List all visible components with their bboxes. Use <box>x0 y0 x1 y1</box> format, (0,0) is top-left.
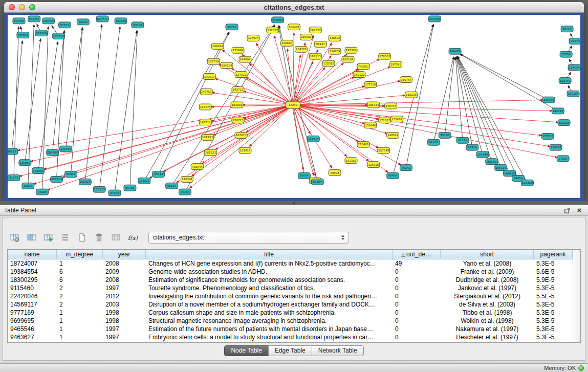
graph-node[interactable]: 154703 <box>295 46 307 52</box>
graph-node[interactable]: 132013 <box>322 60 335 67</box>
graph-node[interactable]: 148503 <box>329 35 341 41</box>
graph-node[interactable]: 91554 <box>8 175 20 181</box>
close-panel-icon[interactable]: × <box>575 206 584 214</box>
graph-node[interactable]: 82813 <box>22 183 34 189</box>
graph-node[interactable]: 76163 <box>179 189 191 195</box>
graph-node[interactable]: 82774 <box>560 51 572 57</box>
network-canvas[interactable]: 1724018420412260812751413201716640919612… <box>8 15 580 198</box>
tab-edge-table[interactable]: Edge Table <box>268 345 312 356</box>
table-row[interactable]: 1456911722003Disruption of a novel membe… <box>8 300 573 309</box>
graph-node[interactable]: 115469 <box>391 116 403 122</box>
graph-node[interactable]: 127514 <box>247 35 259 41</box>
graph-node[interactable]: 96127 <box>314 41 326 47</box>
graph-node[interactable]: 184204 <box>221 62 233 69</box>
graph-node[interactable]: 118216 <box>405 92 418 98</box>
graph-node[interactable]: 92273 <box>569 38 580 44</box>
graph-node[interactable]: 126063 <box>19 160 31 166</box>
graph-node[interactable]: 106744 <box>367 102 380 108</box>
graph-node[interactable]: 114134 <box>568 64 580 71</box>
graph-node[interactable]: 107933 <box>201 134 213 140</box>
graph-node[interactable]: 105024 <box>79 179 91 185</box>
float-panel-icon[interactable] <box>562 206 572 214</box>
graph-node[interactable]: 122608 <box>232 47 244 53</box>
graph-node[interactable]: 89574 <box>329 170 341 176</box>
graph-node[interactable]: 95186 <box>439 132 451 138</box>
column-header-name[interactable]: name <box>8 250 57 259</box>
graph-node[interactable]: 124815 <box>367 162 380 168</box>
graph-node[interactable]: 120514 <box>53 33 65 39</box>
graph-node[interactable]: 98454 <box>387 173 399 179</box>
graph-node[interactable]: 185754 <box>400 77 412 83</box>
graph-node[interactable]: 120554 <box>42 18 55 24</box>
graph-node[interactable]: 121640 <box>364 122 377 128</box>
graph-node[interactable]: 95118 <box>561 26 573 32</box>
graph-node[interactable]: 186711 <box>199 119 211 125</box>
graph-node[interactable]: 166409 <box>288 24 300 30</box>
table-row[interactable]: 969969511998Structural magnetic resonanc… <box>8 317 573 325</box>
table-row[interactable]: 1938455462009Genome-wide association stu… <box>8 268 573 276</box>
table-selector[interactable]: citations_edges.txt <box>148 232 349 244</box>
column-header-title[interactable]: title <box>146 250 393 259</box>
graph-node[interactable]: 122600 <box>281 40 293 46</box>
graph-node[interactable]: 90124 <box>166 183 178 189</box>
table-row[interactable]: 946362711997Embryonic stem cells: a mode… <box>8 333 573 341</box>
graph-node[interactable]: 176344 <box>181 176 193 182</box>
graph-node[interactable]: 166501 <box>300 34 312 40</box>
graph-node[interactable]: 127512 <box>235 72 247 78</box>
graph-node[interactable]: 121553 <box>60 146 72 152</box>
graph-node[interactable]: 154208 <box>115 18 127 24</box>
graph-node[interactable]: 98145 <box>486 159 498 165</box>
table-row[interactable]: 911546021997Tourette syndrome. Phenomeno… <box>8 284 573 292</box>
graph-node[interactable]: 150513 <box>51 176 63 182</box>
graph-node[interactable]: 820714 <box>96 16 108 22</box>
graph-node[interactable]: 95705 <box>124 185 136 191</box>
column-header-in_degree[interactable]: in_degree <box>57 250 103 259</box>
graph-node[interactable]: 120114 <box>550 144 562 150</box>
graph-node[interactable]: 161133 <box>204 149 216 156</box>
graph-node[interactable]: 118150 <box>521 180 534 186</box>
table-row[interactable]: 977716911998Corpus callosum shape and si… <box>8 309 573 317</box>
network-graph[interactable]: 1724018420412260812751413201716640919612… <box>8 15 580 198</box>
close-window-button[interactable] <box>9 4 15 10</box>
table-row[interactable]: 946554611997Estimation of the future num… <box>8 325 573 333</box>
graph-node[interactable]: 122742 <box>559 78 571 84</box>
graph-node[interactable]: 196127 <box>309 27 321 33</box>
graph-node[interactable]: 115113 <box>93 186 105 192</box>
graph-node[interactable]: 121612 <box>379 117 391 123</box>
graph-node[interactable]: 144004 <box>239 56 251 62</box>
graph-node[interactable]: 127518 <box>207 58 220 64</box>
table-scrollbar[interactable] <box>573 250 580 342</box>
graph-node[interactable]: 103873 <box>235 132 247 138</box>
graph-node[interactable]: 90513 <box>8 148 18 155</box>
create-column-icon[interactable] <box>42 232 54 243</box>
graph-node[interactable]: 197340 <box>345 47 357 53</box>
graph-node[interactable]: 93354 <box>132 22 144 28</box>
graph-node[interactable]: 142751 <box>200 89 212 95</box>
graph-node[interactable]: 190014 <box>211 43 224 49</box>
graph-node[interactable]: 142712 <box>232 86 244 93</box>
graph-node[interactable]: 163454 <box>28 16 40 22</box>
graph-node[interactable]: 161417 <box>239 147 251 154</box>
graph-node[interactable]: 177710 <box>364 82 377 88</box>
graph-node[interactable]: 103104 <box>342 56 354 62</box>
graph-node[interactable]: 200695 <box>47 149 59 156</box>
column-header-pagerank[interactable]: pagerank <box>534 250 573 259</box>
graph-node[interactable]: 95531 <box>59 22 71 28</box>
graph-node[interactable]: 97235 <box>557 156 569 162</box>
graph-node[interactable]: 87304 <box>108 190 121 196</box>
delete-column-icon[interactable] <box>93 232 105 243</box>
graph-node[interactable]: 105114 <box>495 165 507 171</box>
graph-node[interactable]: 130617 <box>203 74 215 80</box>
graph-node[interactable]: 854304 <box>13 18 25 24</box>
table-row[interactable]: 2242004622012Investigating the contribut… <box>8 292 573 300</box>
graph-node[interactable]: 163162 <box>345 158 357 164</box>
graph-node[interactable]: 854306 <box>35 30 48 36</box>
tab-network-table[interactable]: Network Table <box>312 345 364 356</box>
graph-node[interactable]: 818304 <box>272 17 284 23</box>
graph-node[interactable]: 87919 <box>466 144 478 150</box>
window-titlebar[interactable]: citations_edges.txt <box>4 2 584 13</box>
graph-node[interactable]: 183002 <box>231 102 243 108</box>
table-mode-icon[interactable] <box>8 232 20 243</box>
graph-node[interactable]: 98105 <box>36 189 49 195</box>
graph-node[interactable]: 116474 <box>385 103 397 109</box>
